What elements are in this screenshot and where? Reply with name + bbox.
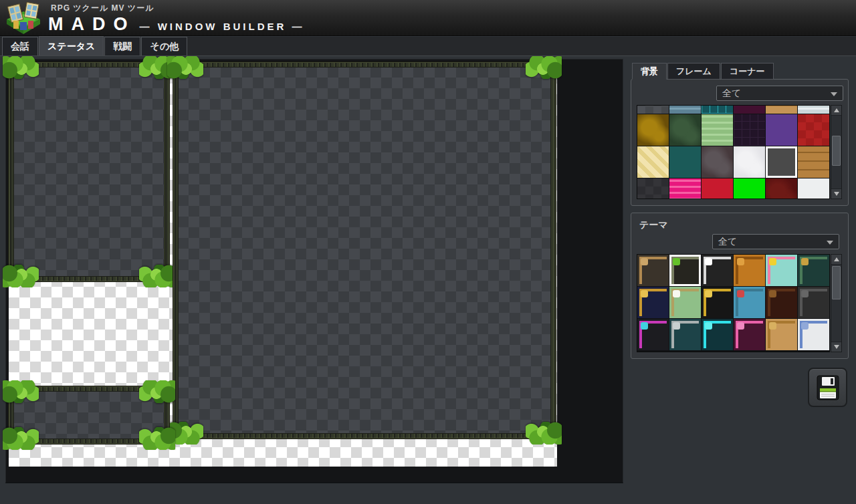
theme-corner-frame <box>768 321 795 348</box>
theme-corner-frame <box>704 289 731 316</box>
background-swatch-teal-grid[interactable] <box>702 105 733 114</box>
background-swatch-blue-stripes[interactable] <box>669 105 701 114</box>
theme-corner-ornament-icon <box>801 322 809 330</box>
app-header: RPG ツクール MV ツール MADO — WINDOW BUILDER — <box>0 0 856 36</box>
theme-thumb-plain-gray[interactable] <box>798 287 829 318</box>
theme-corner-ornament-icon <box>641 258 648 265</box>
background-swatch-pale-stripes[interactable] <box>798 105 829 114</box>
main-tab-その他[interactable]: その他 <box>141 37 187 55</box>
chevron-down-icon <box>827 241 833 245</box>
theme-corner-ornament-icon <box>673 322 680 330</box>
theme-list <box>637 254 830 352</box>
preview-window-left-tall[interactable] <box>9 62 169 281</box>
preview-window-left-small[interactable] <box>9 386 169 444</box>
theme-thumb-neon-magenta[interactable] <box>637 319 669 350</box>
background-filter-value: 全て <box>722 88 741 98</box>
background-groupbox: 全て <box>631 79 849 206</box>
chevron-down-icon <box>831 92 837 96</box>
theme-scrollbar[interactable] <box>831 254 842 352</box>
theme-corner-ornament-icon <box>641 322 648 330</box>
background-swatch-wood-planks[interactable] <box>798 146 829 178</box>
background-swatch-off-white[interactable] <box>798 178 829 199</box>
theme-corner-ornament-icon <box>801 258 809 265</box>
theme-corner-ornament-icon <box>737 290 744 297</box>
background-swatch-dark-purple-grid[interactable] <box>734 114 765 146</box>
theme-thumb-candy-star[interactable] <box>766 255 797 286</box>
theme-thumb-silver-dark[interactable] <box>702 255 733 286</box>
theme-corner-frame <box>800 257 827 284</box>
scroll-up-button[interactable] <box>831 255 841 265</box>
background-swatch-green-stripes[interactable] <box>702 114 733 146</box>
theme-corner-ornament-icon <box>769 258 776 265</box>
background-swatch-pink-stripes[interactable] <box>669 178 701 199</box>
window-content-area <box>13 67 165 277</box>
theme-corner-frame <box>671 257 699 284</box>
theme-corner-frame <box>671 321 699 348</box>
background-swatch-stone-gray[interactable] <box>702 146 733 178</box>
background-filter-dropdown[interactable]: 全て <box>716 86 843 101</box>
main-tab-bar: 会話ステータス戦闘その他 <box>0 37 856 56</box>
theme-thumb-orange-wood[interactable] <box>734 255 765 286</box>
theme-thumb-leafy-green[interactable] <box>669 255 701 286</box>
app-logo-icon <box>4 2 43 35</box>
theme-corner-ornament-icon <box>673 258 680 265</box>
background-swatch-light-wood[interactable] <box>766 105 797 114</box>
theme-thumb-black-diamond[interactable] <box>702 287 733 318</box>
theme-corner-frame <box>704 257 731 284</box>
theme-corner-frame <box>736 257 763 284</box>
theme-thumb-tan-classic[interactable] <box>637 255 669 286</box>
panel-tab-背景[interactable]: 背景 <box>632 63 667 80</box>
background-swatch-dark-green-mottled[interactable] <box>669 114 701 146</box>
theme-thumb-cyan-grid[interactable] <box>702 319 733 350</box>
theme-corner-ornament-icon <box>673 290 680 297</box>
theme-filter-dropdown[interactable]: 全て <box>712 234 839 249</box>
background-swatch-purple-solid[interactable] <box>766 114 797 146</box>
main-tab-戦闘[interactable]: 戦闘 <box>104 37 140 55</box>
save-button[interactable] <box>808 368 847 407</box>
preview-window-main[interactable] <box>173 62 556 438</box>
theme-thumb-pink-ornate[interactable] <box>734 319 765 350</box>
background-swatch-gold-mottled[interactable] <box>637 114 669 146</box>
main-tab-ステータス[interactable]: ステータス <box>39 36 104 55</box>
scroll-down-button[interactable] <box>831 188 841 199</box>
background-swatch-dark-teal[interactable] <box>669 146 701 178</box>
background-swatch-cream-diamond[interactable] <box>637 146 669 178</box>
background-swatch-dark-checker[interactable] <box>637 178 669 199</box>
scrollbar-thumb[interactable] <box>832 136 841 166</box>
theme-thumb-gold-swirl-teal[interactable] <box>798 255 829 286</box>
theme-corner-frame <box>800 289 827 316</box>
theme-thumb-steel-blue[interactable] <box>734 287 765 318</box>
background-swatch-dark-gray[interactable] <box>766 146 797 178</box>
theme-corner-frame <box>639 289 667 316</box>
theme-corner-ornament-icon <box>737 322 744 330</box>
panel-tab-フレーム[interactable]: フレーム <box>667 63 720 80</box>
window-content-area <box>13 391 165 439</box>
main-tab-会話[interactable]: 会話 <box>2 37 38 55</box>
background-swatch-bright-green[interactable] <box>734 178 765 199</box>
theme-filter-value: 全て <box>718 236 737 247</box>
background-swatch-dark-red-damask[interactable] <box>766 178 797 199</box>
background-swatch-crimson[interactable] <box>702 178 733 199</box>
background-swatch-list <box>637 105 830 199</box>
arrow-up-icon <box>834 108 839 112</box>
theme-thumb-blue-paper[interactable] <box>798 319 829 350</box>
theme-corner-frame <box>800 321 827 348</box>
background-swatch-dark-maroon[interactable] <box>734 105 765 114</box>
swatch-grid <box>637 105 829 199</box>
theme-thumb-dark-leather[interactable] <box>766 287 797 318</box>
theme-thumb-wood-plank[interactable] <box>766 319 797 350</box>
background-swatch-gray-checker[interactable] <box>637 105 669 114</box>
panel-tab-コーナー[interactable]: コーナー <box>721 63 774 80</box>
preview-canvas[interactable] <box>5 59 623 483</box>
theme-corner-ornament-icon <box>705 258 712 265</box>
swatch-scrollbar[interactable] <box>831 105 842 199</box>
theme-thumb-silver-teal[interactable] <box>669 319 701 350</box>
background-swatch-white-marble[interactable] <box>734 146 765 178</box>
theme-thumb-green-parchment[interactable] <box>669 287 701 318</box>
game-screen-area[interactable] <box>9 62 557 467</box>
scroll-up-button[interactable] <box>831 106 841 116</box>
theme-thumb-navy-gold[interactable] <box>637 287 669 318</box>
scrollbar-thumb[interactable] <box>832 266 841 299</box>
scroll-down-button[interactable] <box>831 342 841 352</box>
background-swatch-red-checker[interactable] <box>798 114 829 146</box>
